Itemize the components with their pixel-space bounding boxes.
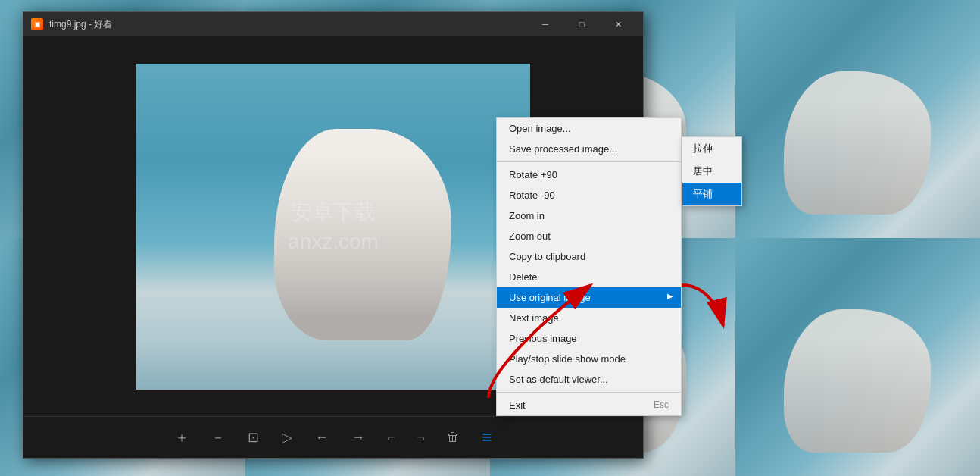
menu-exit[interactable]: Exit Esc [497, 395, 681, 415]
slideshow-button[interactable]: ▷ [277, 427, 297, 447]
menu-zoom-out[interactable]: Zoom out [497, 226, 681, 246]
menu-button[interactable]: ≡ [477, 426, 496, 449]
close-button[interactable]: ✕ [601, 12, 635, 36]
menu-prev-image[interactable]: Previous image [497, 328, 681, 349]
context-menu: Open image... Save processed image... Ro… [496, 117, 682, 416]
zoom-in-button[interactable]: ＋ [170, 427, 193, 447]
delete-button[interactable]: 🗑 [442, 428, 463, 446]
submenu: 拉伸 居中 平铺 [682, 136, 742, 206]
menu-exit-shortcut: Esc [654, 399, 669, 411]
menu-zoom-in[interactable]: Zoom in [497, 205, 681, 226]
maximize-button[interactable]: □ [564, 12, 599, 36]
horse-bg-8 [784, 309, 931, 452]
menu-use-original[interactable]: Use original image [497, 287, 681, 308]
menu-copy-clipboard[interactable]: Copy to clipboard [497, 246, 681, 267]
menu-exit-label: Exit [509, 399, 526, 411]
bg-tile-8 [735, 238, 981, 476]
toolbar: ＋ － ⊡ ▷ ← → ⌐ ¬ 🗑 ≡ [23, 416, 643, 458]
window-controls: ─ □ ✕ [528, 12, 635, 36]
rotate-left-button[interactable]: ⌐ [383, 428, 399, 446]
menu-next-image[interactable]: Next image [497, 308, 681, 328]
menu-rotate-minus90[interactable]: Rotate -90 [497, 185, 681, 205]
horse-image [274, 129, 451, 341]
fit-button[interactable]: ⊡ [243, 427, 264, 447]
viewer-image: 安卓下载 anxz.com [136, 64, 530, 390]
menu-open-image[interactable]: Open image... [497, 118, 681, 139]
prev-button[interactable]: ← [311, 427, 333, 447]
submenu-tile[interactable]: 平铺 [682, 183, 741, 205]
submenu-stretch[interactable]: 拉伸 [682, 137, 741, 160]
menu-save-processed[interactable]: Save processed image... [497, 139, 681, 159]
menu-rotate-plus90[interactable]: Rotate +90 [497, 164, 681, 185]
app-icon: ▣ [31, 18, 43, 30]
horse-bg-4 [784, 71, 931, 214]
menu-separator-1 [497, 161, 681, 162]
menu-slideshow[interactable]: Play/stop slide show mode [497, 349, 681, 369]
bg-tile-4 [735, 0, 981, 238]
minimize-button[interactable]: ─ [528, 12, 563, 36]
menu-default-viewer[interactable]: Set as default viewer... [497, 369, 681, 390]
menu-delete[interactable]: Delete [497, 267, 681, 287]
titlebar: ▣ timg9.jpg - 好看 ─ □ ✕ [23, 12, 643, 36]
window-title: timg9.jpg - 好看 [49, 18, 528, 31]
next-button[interactable]: → [347, 427, 370, 447]
zoom-out-button[interactable]: － [207, 427, 229, 447]
submenu-center[interactable]: 居中 [682, 160, 741, 183]
rotate-right-button[interactable]: ¬ [413, 428, 429, 446]
menu-separator-2 [497, 392, 681, 393]
